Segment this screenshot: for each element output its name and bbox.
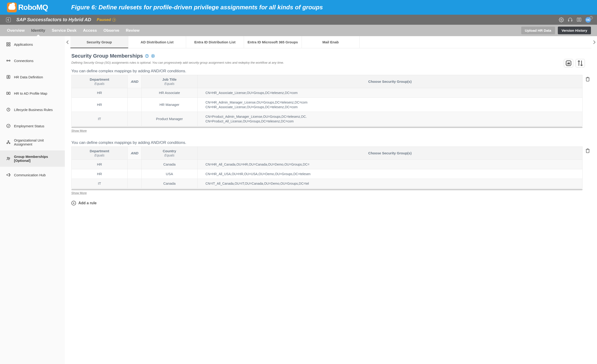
delete-rule-1-button[interactable] xyxy=(585,75,590,83)
sidebar-icon xyxy=(6,91,11,96)
nav-tab-identity[interactable]: Identity xyxy=(31,25,45,36)
cell-c2: Canada xyxy=(141,159,197,169)
sidebar-label: HR Data Definition xyxy=(14,75,43,79)
reorder-button[interactable] xyxy=(575,59,585,67)
table-row[interactable]: HRHR ManagerCN=HR_Admin_Manager_License,… xyxy=(71,97,582,112)
sidebar-label: Lifecycle Business Rules xyxy=(14,108,53,112)
delete-rule-2-button[interactable] xyxy=(585,146,590,154)
nav-tab-service-desk[interactable]: Service Desk xyxy=(52,25,77,36)
sidebar-icon xyxy=(6,124,11,128)
col-groups[interactable]: Choose Security Group(s) xyxy=(197,75,582,88)
table-row[interactable]: HRHR AssociateCN=HR_Associate_License,OU… xyxy=(71,88,582,97)
version-history-button[interactable]: Version History xyxy=(558,27,591,34)
sidebar-item-communication-hub[interactable]: Communication Hub xyxy=(0,167,65,183)
col-department[interactable]: DepartmentEquals xyxy=(71,75,127,88)
col-country[interactable]: CountryEquals xyxy=(141,146,197,159)
sidebar-item-lifecycle-business-rules[interactable]: Lifecycle Business Rules xyxy=(0,102,65,118)
svg-point-13 xyxy=(8,141,9,142)
nav-tab-review[interactable]: Review xyxy=(126,25,140,36)
subtab-scroll-right[interactable] xyxy=(591,36,597,48)
col-groups[interactable]: Choose Security Group(s) xyxy=(197,146,582,159)
ai-suggest-button[interactable]: AI xyxy=(564,59,573,67)
brand-name: RoboMQ xyxy=(18,3,48,12)
table-row[interactable]: HRUSACN=HR_All_USA,OU=HR,OU=USA,OU=Demo,… xyxy=(71,169,582,179)
svg-rect-3 xyxy=(7,45,8,46)
cell-c1: IT xyxy=(71,112,127,126)
subtab-strip: Security GroupAD Distribution ListEntra … xyxy=(65,36,597,48)
col-department[interactable]: DepartmentEquals xyxy=(71,146,127,159)
sidebar-icon xyxy=(6,140,11,145)
show-more-2[interactable]: Show More xyxy=(71,191,87,195)
sidebar-item-applications[interactable]: Applications xyxy=(0,36,65,52)
cell-and xyxy=(127,179,141,188)
nav-tab-observe[interactable]: Observe xyxy=(103,25,119,36)
nav-tabs: OverviewIdentityService DeskAccessObserv… xyxy=(0,25,140,36)
svg-point-0 xyxy=(561,19,562,21)
add-rule-button[interactable]: + Add a rule xyxy=(71,201,590,206)
subtab-entra-id-microsoft-365-groups[interactable]: Entra ID Microsoft 365 Groups xyxy=(244,36,302,48)
cell-c2: HR Associate xyxy=(141,88,197,97)
upload-hr-data-button[interactable]: Upload HR Data xyxy=(521,27,555,34)
show-more-1[interactable]: Show More xyxy=(71,129,87,133)
top-banner: RoboMQ Figure 6: Define rulesets for pro… xyxy=(0,0,597,15)
back-button[interactable] xyxy=(6,17,11,22)
nav-tab-overview[interactable]: Overview xyxy=(7,25,25,36)
pause-icon: II xyxy=(112,18,116,22)
group-item: CN=HR_All_Canada,OU=HR,OU=Canada,OU=Demo… xyxy=(205,162,579,167)
rule-intro-2: You can define complex mappings by addin… xyxy=(71,140,590,145)
subtab-mail-enab[interactable]: Mail Enab xyxy=(302,36,360,48)
cell-groups: CN=IT_All_Canada,OU=IT,OU=Canada,OU=Demo… xyxy=(197,179,582,188)
sidebar-item-organizational-unit-assignment[interactable]: Organizational Unit Assignment xyxy=(0,134,65,150)
subtab-scroll-left[interactable] xyxy=(65,36,71,48)
cell-c1: IT xyxy=(71,179,127,188)
workflow-header: SAP Successfactors to Hybrid AD Paused I… xyxy=(0,15,597,25)
svg-point-17 xyxy=(9,158,10,158)
support-icon[interactable] xyxy=(568,17,573,22)
group-item: CN=HR_Associate_License,OU=Groups,DC=tel… xyxy=(205,105,579,109)
sidebar-label: Group Memberships [Optional] xyxy=(14,155,59,163)
rule-block-2: DepartmentEquals AND CountryEquals Choos… xyxy=(71,146,590,190)
sidebar-item-hr-to-ad-profile-map[interactable]: HR to AD Profile Map xyxy=(0,85,65,102)
col-jobtitle[interactable]: Job TitleEquals xyxy=(141,75,197,88)
subtab-security-group[interactable]: Security Group xyxy=(71,36,128,48)
add-rule-label: Add a rule xyxy=(78,201,96,205)
cell-groups: CN=HR_All_USA,OU=HR,OU=USA,OU=Demo,OU=Gr… xyxy=(197,169,582,179)
brand-icon xyxy=(7,3,17,12)
help-icon[interactable] xyxy=(145,54,149,58)
sidebar-item-connections[interactable]: Connections xyxy=(0,52,65,69)
group-item: CN=Product_All_License,OU=Groups,DC=tele… xyxy=(205,119,579,124)
svg-point-6 xyxy=(9,60,10,61)
docs-icon[interactable] xyxy=(576,17,581,22)
settings-icon[interactable] xyxy=(559,17,564,22)
sidebar-item-employment-status[interactable]: Employment Status xyxy=(0,118,65,134)
workflow-status: Paused II xyxy=(97,17,116,22)
subtab-entra-id-distribution-list[interactable]: Entra ID Distribution List xyxy=(186,36,244,48)
cell-and xyxy=(127,88,141,97)
play-icon[interactable] xyxy=(151,54,155,58)
sidebar: ApplicationsConnectionsHR Data Definitio… xyxy=(0,36,65,364)
sidebar-item-hr-data-definition[interactable]: HR Data Definition xyxy=(0,69,65,85)
subtab-ad-distribution-list[interactable]: AD Distribution List xyxy=(128,36,186,48)
cell-groups: CN=HR_Associate_License,OU=Groups,DC=tel… xyxy=(197,88,582,97)
col-and: AND xyxy=(127,75,141,88)
svg-point-12 xyxy=(7,124,10,128)
workflow-name: SAP Successfactors to Hybrid AD xyxy=(16,17,91,22)
hscroll-indicator[interactable] xyxy=(71,189,582,190)
nav-tab-access[interactable]: Access xyxy=(83,25,97,36)
sidebar-label: Applications xyxy=(14,42,33,46)
table-row[interactable]: HRCanadaCN=HR_All_Canada,OU=HR,OU=Canada… xyxy=(71,159,582,169)
cell-c1: HR xyxy=(71,169,127,179)
table-row[interactable]: ITCanadaCN=IT_All_Canada,OU=IT,OU=Canada… xyxy=(71,179,582,188)
svg-rect-9 xyxy=(7,92,8,95)
cell-c2: Canada xyxy=(141,179,197,188)
table-row[interactable]: ITProduct ManagerCN=Product_Admin_Manage… xyxy=(71,112,582,126)
hscroll-indicator[interactable] xyxy=(71,127,582,128)
svg-rect-1 xyxy=(7,43,8,44)
sidebar-item-group-memberships-optional[interactable]: Group Memberships [Optional] xyxy=(0,150,65,167)
group-item: CN=IT_All_Canada,OU=IT,OU=Canada,OU=Demo… xyxy=(205,181,579,186)
rule-table-2: DepartmentEquals AND CountryEquals Choos… xyxy=(71,146,582,188)
svg-point-16 xyxy=(7,157,8,158)
cell-c2: Product Manager xyxy=(141,112,197,126)
svg-rect-4 xyxy=(9,45,10,46)
group-item: CN=HR_Associate_License,OU=Groups,DC=tel… xyxy=(205,90,579,95)
